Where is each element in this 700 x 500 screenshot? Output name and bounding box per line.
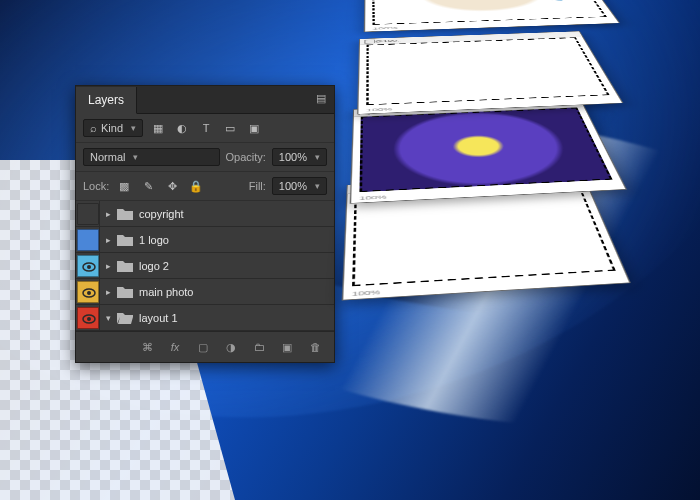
filter-kind-select[interactable]: ⌕ Kind xyxy=(83,119,143,137)
svg-point-3 xyxy=(87,291,91,295)
folder-open-icon xyxy=(117,311,133,324)
layer-actions-bar: ⌘ fx ▢ ◑ 🗀 ▣ 🗑 xyxy=(76,331,334,362)
zoom-level: 100% xyxy=(366,107,392,113)
layer-row[interactable]: ▸ main photo xyxy=(76,279,334,305)
search-icon: ⌕ xyxy=(90,122,97,134)
layer-fx-icon[interactable]: fx xyxy=(166,338,184,356)
filter-pixel-icon[interactable]: ▦ xyxy=(149,119,167,137)
layer-row[interactable]: ▸ copyright xyxy=(76,201,334,227)
layer-row[interactable]: ▸ logo 2 xyxy=(76,253,334,279)
zoom-level: 100% xyxy=(373,26,398,30)
filter-kind-label: Kind xyxy=(101,122,123,134)
visibility-toggle[interactable] xyxy=(76,279,100,305)
lock-label: Lock: xyxy=(83,180,109,192)
layer-name[interactable]: logo 2 xyxy=(139,260,169,272)
fill-field[interactable]: 100% xyxy=(272,177,327,195)
visibility-toggle[interactable] xyxy=(76,305,100,331)
folder-icon xyxy=(117,233,133,246)
opacity-label: Opacity: xyxy=(226,151,266,163)
folder-icon xyxy=(117,207,133,220)
color-label-yellow xyxy=(77,281,99,303)
expand-arrow-icon[interactable]: ▸ xyxy=(106,287,111,297)
fill-label: Fill: xyxy=(249,180,266,192)
blend-row: Normal Opacity: 100% xyxy=(76,143,334,172)
layer-row[interactable]: ▸ 1 logo xyxy=(76,227,334,253)
stack-card: ... @100... 100% xyxy=(357,31,623,114)
panel-menu-icon[interactable]: ▤ xyxy=(308,86,334,113)
paintbrush-icon xyxy=(496,0,561,1)
filter-type-icon[interactable]: T xyxy=(197,119,215,137)
delete-layer-icon[interactable]: 🗑 xyxy=(306,338,324,356)
layer-stack-illustration: @ 100... 100% psd... @ 100... 100% ... @… xyxy=(340,35,620,455)
folder-icon xyxy=(117,285,133,298)
blend-mode-select[interactable]: Normal xyxy=(83,148,220,166)
filter-adjust-icon[interactable]: ◐ xyxy=(173,119,191,137)
layer-name[interactable]: copyright xyxy=(139,208,184,220)
layers-panel: Layers ▤ ⌕ Kind ▦ ◐ T ▭ ▣ Normal Opacity… xyxy=(75,85,335,363)
stack-card: psd... @ 100... 100% xyxy=(350,100,627,204)
layer-name[interactable]: main photo xyxy=(139,286,193,298)
svg-point-1 xyxy=(87,265,91,269)
color-label-blue xyxy=(77,229,99,251)
new-group-icon[interactable]: 🗀 xyxy=(250,338,268,356)
link-layers-icon[interactable]: ⌘ xyxy=(138,338,156,356)
color-label-none xyxy=(77,203,99,225)
folder-icon xyxy=(117,259,133,272)
expand-arrow-icon[interactable]: ▾ xyxy=(106,313,111,323)
color-label-red xyxy=(77,307,99,329)
eye-icon xyxy=(78,256,100,278)
opacity-field[interactable]: 100% xyxy=(272,148,327,166)
visibility-toggle[interactable] xyxy=(76,227,100,253)
layer-mask-icon[interactable]: ▢ xyxy=(194,338,212,356)
layer-name[interactable]: layout 1 xyxy=(139,312,178,324)
layer-list: ▸ copyright ▸ 1 logo ▸ xyxy=(76,201,334,331)
layer-name[interactable]: 1 logo xyxy=(139,234,169,246)
zoom-level: 100% xyxy=(352,289,381,298)
color-label-cyan xyxy=(77,255,99,277)
layer-row[interactable]: ▾ layout 1 xyxy=(76,305,334,331)
filter-smart-icon[interactable]: ▣ xyxy=(245,119,263,137)
new-layer-icon[interactable]: ▣ xyxy=(278,338,296,356)
lock-all-icon[interactable]: 🔒 xyxy=(187,177,205,195)
lock-transparency-icon[interactable]: ▩ xyxy=(115,177,133,195)
zoom-level: 100% xyxy=(359,194,387,201)
panel-tabbar: Layers ▤ xyxy=(76,86,334,114)
svg-point-5 xyxy=(87,317,91,321)
adjustment-layer-icon[interactable]: ◑ xyxy=(222,338,240,356)
lock-brush-icon[interactable]: ✎ xyxy=(139,177,157,195)
eye-icon xyxy=(78,308,100,330)
lock-row: Lock: ▩ ✎ ✥ 🔒 Fill: 100% xyxy=(76,172,334,201)
visibility-toggle[interactable] xyxy=(76,253,100,279)
expand-arrow-icon[interactable]: ▸ xyxy=(106,261,111,271)
eye-icon xyxy=(78,282,100,304)
layer-filter-row: ⌕ Kind ▦ ◐ T ▭ ▣ xyxy=(76,114,334,143)
tab-layers[interactable]: Layers xyxy=(76,87,137,114)
expand-arrow-icon[interactable]: ▸ xyxy=(106,209,111,219)
visibility-toggle[interactable] xyxy=(76,201,100,227)
filter-shape-icon[interactable]: ▭ xyxy=(221,119,239,137)
lock-position-icon[interactable]: ✥ xyxy=(163,177,181,195)
expand-arrow-icon[interactable]: ▸ xyxy=(106,235,111,245)
